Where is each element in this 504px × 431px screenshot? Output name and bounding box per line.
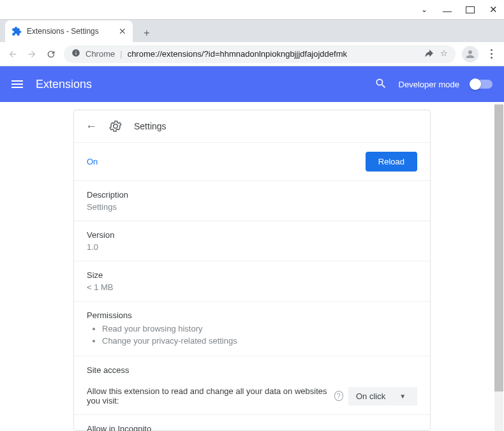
profile-avatar-button[interactable] [462, 46, 478, 62]
site-access-value: On click [356, 391, 385, 401]
window-close-button[interactable]: ✕ [489, 4, 498, 15]
description-value: Settings [87, 202, 417, 212]
site-access-dropdown[interactable]: On click ▼ [348, 387, 417, 405]
scrollbar[interactable] [494, 103, 503, 431]
tab-title: Extensions - Settings [27, 27, 99, 36]
window-controls: ⌄ ✕ [0, 0, 504, 19]
window-chevron-icon[interactable]: ⌄ [420, 5, 429, 14]
incognito-label: Allow in Incognito [87, 424, 361, 431]
nav-forward-button[interactable] [26, 48, 38, 61]
version-value: 1.0 [87, 242, 417, 252]
tab-strip: Extensions - Settings ✕ + [0, 19, 504, 42]
url-scheme-label: Chrome [85, 49, 115, 59]
browser-menu-button[interactable] [485, 49, 498, 59]
nav-back-button[interactable] [6, 48, 19, 61]
extensions-header: Extensions Developer mode [0, 66, 504, 102]
site-access-text: Allow this extension to read and change … [87, 386, 329, 405]
url-text: chrome://extensions/?id=hhmnadonlnpiokng… [128, 49, 347, 59]
bookmark-star-icon[interactable]: ☆ [440, 48, 448, 60]
size-value: < 1 MB [87, 282, 417, 292]
permissions-list: Read your browsing history Change your p… [87, 323, 417, 347]
chevron-down-icon: ▼ [399, 393, 406, 400]
window-maximize-button[interactable] [466, 6, 475, 13]
developer-mode-label: Developer mode [399, 80, 459, 89]
tab-close-icon[interactable]: ✕ [119, 26, 126, 36]
extension-detail-card: ← Settings On Reload Description Setting… [73, 110, 431, 431]
permissions-label: Permissions [87, 310, 417, 320]
extensions-title: Extensions [36, 78, 92, 91]
puzzle-piece-icon [11, 26, 22, 36]
developer-mode-toggle[interactable] [471, 80, 493, 89]
reload-button[interactable]: Reload [366, 152, 417, 172]
browser-tab[interactable]: Extensions - Settings ✕ [5, 20, 133, 42]
version-label: Version [87, 230, 417, 240]
on-label: On [87, 157, 98, 166]
address-bar: Chrome | chrome://extensions/?id=hhmnado… [0, 42, 504, 66]
nav-reload-button[interactable] [45, 48, 57, 61]
share-icon[interactable] [424, 48, 434, 60]
hamburger-menu-icon[interactable] [11, 80, 23, 88]
new-tab-button[interactable]: + [138, 24, 156, 42]
content-area: ← Settings On Reload Description Setting… [0, 102, 504, 431]
omnibox[interactable]: Chrome | chrome://extensions/?id=hhmnado… [64, 45, 456, 63]
permission-item: Read your browsing history [102, 323, 417, 335]
permission-item: Change your privacy-related settings [102, 335, 417, 347]
gear-icon [108, 119, 122, 133]
size-label: Size [87, 270, 417, 280]
detail-title: Settings [134, 121, 167, 131]
site-access-label: Site access [87, 365, 417, 375]
help-icon[interactable]: ? [334, 391, 343, 401]
back-arrow-button[interactable]: ← [85, 120, 97, 133]
site-info-icon[interactable] [71, 48, 80, 59]
search-icon[interactable] [374, 77, 387, 92]
description-label: Description [87, 190, 417, 200]
window-minimize-button[interactable] [443, 8, 452, 12]
